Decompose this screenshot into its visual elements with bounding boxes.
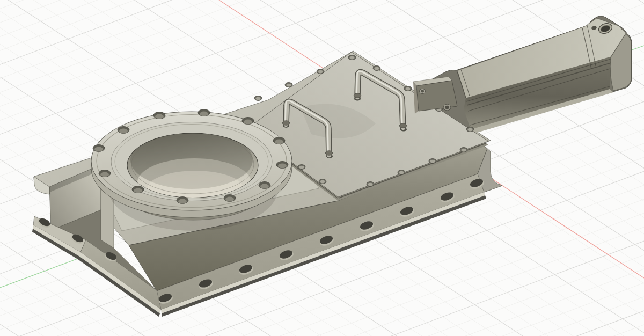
pneumatic-cylinder[interactable]: [426, 16, 632, 137]
flange-bolt-hole-floor: [94, 147, 103, 152]
flange-bolt-hole-floor: [260, 184, 269, 189]
bolt-head-dome: [287, 84, 291, 87]
grid-line-shallow: [0, 295, 644, 336]
boss-bore: [421, 90, 424, 93]
bracket-pin-boss-large: [443, 104, 451, 111]
y-axis-line: [632, 46, 644, 50]
leg-collar: [282, 121, 290, 125]
flange-bolt-hole-floor: [155, 114, 164, 119]
flange-bolt-hole-floor: [134, 188, 142, 193]
bolt-head-dome: [320, 180, 325, 184]
bolt-head-dome: [468, 128, 473, 132]
flange-bolt-hole-floor: [178, 199, 187, 204]
bolt-head-dome: [350, 56, 355, 60]
flange-bolt-hole-floor: [100, 172, 109, 177]
flange-bolt-hole-floor: [225, 197, 234, 202]
grid-line-shallow: [0, 281, 644, 336]
bolt-head-dome: [430, 160, 435, 163]
bolt-head-dome: [256, 97, 261, 100]
leg-collar: [354, 93, 361, 98]
bolt-head-dome: [299, 166, 304, 169]
y-axis-line: [0, 256, 85, 288]
bracket-pin-boss-small: [420, 89, 426, 94]
x-axis-line: [219, 0, 328, 71]
bolt-head-dome: [462, 149, 466, 152]
bolt-head-dome: [375, 67, 379, 70]
flange-bolt-hole-floor: [200, 112, 208, 116]
bolt-head-dome: [368, 183, 373, 186]
grid-line-shallow: [0, 309, 644, 336]
bolt-head-dome: [399, 171, 404, 174]
bolt-head-dome: [318, 70, 323, 74]
flange-bolt-hole-floor: [244, 120, 252, 125]
grid-line-shallow: [0, 0, 644, 11]
boss-bore: [445, 106, 449, 109]
flange-bolt-hole-floor: [278, 164, 287, 169]
leg-collar: [325, 151, 333, 155]
cad-scene[interactable]: [0, 0, 644, 336]
mounting-bracket[interactable]: [413, 77, 457, 114]
bracket-face: [416, 81, 457, 111]
flange-bolt-hole-floor: [119, 129, 128, 134]
leg-collar: [399, 123, 407, 128]
flange-bolt-hole-floor: [275, 140, 283, 144]
grid-line-shallow: [0, 0, 644, 39]
x-axis-line: [489, 177, 644, 278]
grid-line-steep: [0, 0, 52, 336]
cad-canvas[interactable]: [0, 0, 644, 336]
bolt-head-dome: [406, 87, 411, 91]
